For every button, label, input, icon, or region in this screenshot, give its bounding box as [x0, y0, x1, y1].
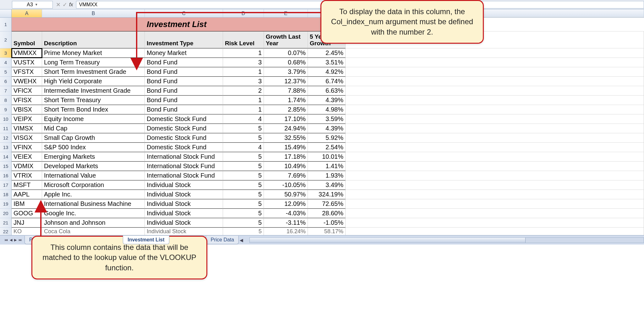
- cell-A[interactable]: IBM: [12, 199, 42, 209]
- row-header[interactable]: 6: [0, 77, 12, 86]
- col-header-C[interactable]: C: [145, 9, 223, 17]
- header-risk-level[interactable]: Risk Level: [223, 31, 264, 48]
- cell-A[interactable]: VBISX: [12, 105, 42, 114]
- row-header[interactable]: 17: [0, 180, 12, 190]
- cell-B[interactable]: High Yield Corporate: [42, 77, 145, 86]
- cell-B[interactable]: Short Term Investment Grade: [42, 67, 145, 77]
- row-header[interactable]: 13: [0, 143, 12, 152]
- cell-C[interactable]: Bond Fund: [145, 58, 223, 67]
- cell-C[interactable]: Bond Fund: [145, 86, 223, 96]
- select-all-corner[interactable]: [0, 9, 12, 17]
- cell-E[interactable]: 7.88%: [264, 86, 308, 96]
- cell-E[interactable]: 24.94%: [264, 124, 308, 133]
- title-cell-b[interactable]: [42, 18, 145, 31]
- cell-A[interactable]: VMMXX: [12, 48, 42, 58]
- cell-E[interactable]: 15.49%: [264, 143, 308, 152]
- cell-A[interactable]: VWEHX: [12, 77, 42, 86]
- cell-F[interactable]: 6.63%: [308, 86, 346, 96]
- cell-E[interactable]: 10.49%: [264, 162, 308, 171]
- cell-C[interactable]: Bond Fund: [145, 77, 223, 86]
- cell-D[interactable]: 5: [223, 180, 264, 190]
- h-scroll-thumb[interactable]: [250, 238, 526, 243]
- cell-F[interactable]: 3.49%: [308, 180, 346, 190]
- cell-E[interactable]: 3.79%: [264, 67, 308, 77]
- row-header[interactable]: 11: [0, 124, 12, 133]
- cell-D[interactable]: 5: [223, 152, 264, 162]
- header-description[interactable]: Description: [42, 31, 145, 48]
- cell-D[interactable]: 1: [223, 67, 264, 77]
- row-header[interactable]: 10: [0, 114, 12, 124]
- row-header[interactable]: 4: [0, 58, 12, 67]
- cell-C[interactable]: Individual Stock: [145, 190, 223, 199]
- cell-A[interactable]: VFSTX: [12, 67, 42, 77]
- cell-A[interactable]: KO: [12, 228, 42, 235]
- cell-E[interactable]: 12.09%: [264, 199, 308, 209]
- cell-D[interactable]: 5: [223, 209, 264, 218]
- cell-F[interactable]: 3.59%: [308, 114, 346, 124]
- tab-scroll-icon[interactable]: ◀: [240, 238, 243, 243]
- cell-D[interactable]: 1: [223, 105, 264, 114]
- cell-E[interactable]: -3.11%: [264, 218, 308, 228]
- cell-D[interactable]: 1: [223, 48, 264, 58]
- cell-E[interactable]: 17.18%: [264, 152, 308, 162]
- cell-B[interactable]: Long Term Treasury: [42, 58, 145, 67]
- row-header[interactable]: 21: [0, 218, 12, 228]
- cell-A[interactable]: JNJ: [12, 218, 42, 228]
- cell-B[interactable]: S&P 500 Index: [42, 143, 145, 152]
- cell-B[interactable]: Johnson and Johnson: [42, 218, 145, 228]
- cell-E[interactable]: 0.07%: [264, 48, 308, 58]
- col-header-E[interactable]: E: [264, 9, 308, 17]
- accept-icon[interactable]: ✓: [63, 1, 67, 8]
- cell-B[interactable]: Short Term Bond Index: [42, 105, 145, 114]
- cell-F[interactable]: 72.65%: [308, 199, 346, 209]
- cell-C[interactable]: Individual Stock: [145, 209, 223, 218]
- row-header[interactable]: 7: [0, 86, 12, 96]
- cell-E[interactable]: 16.24%: [264, 228, 308, 235]
- cell-B[interactable]: International Value: [42, 171, 145, 180]
- cell-D[interactable]: 5: [223, 162, 264, 171]
- cell-A[interactable]: VTRIX: [12, 171, 42, 180]
- cell-E[interactable]: 7.69%: [264, 171, 308, 180]
- cell-C[interactable]: Individual Stock: [145, 218, 223, 228]
- cell-F[interactable]: 1.93%: [308, 171, 346, 180]
- row-header[interactable]: 19: [0, 199, 12, 209]
- cell-E[interactable]: -10.05%: [264, 180, 308, 190]
- cell-C[interactable]: Individual Stock: [145, 180, 223, 190]
- row-header[interactable]: 3: [0, 48, 12, 58]
- tab-prev-icon[interactable]: ◀: [9, 237, 13, 243]
- cell-B[interactable]: Small Cap Growth: [42, 133, 145, 143]
- cell-F[interactable]: 4.39%: [308, 96, 346, 105]
- cell-D[interactable]: 5: [223, 171, 264, 180]
- cell-C[interactable]: International Stock Fund: [145, 171, 223, 180]
- cell-C[interactable]: International Stock Fund: [145, 152, 223, 162]
- row-header[interactable]: 18: [0, 190, 12, 199]
- row-header-1[interactable]: 1: [0, 18, 12, 31]
- cancel-icon[interactable]: ✕: [56, 1, 61, 8]
- cell-D[interactable]: 3: [223, 58, 264, 67]
- cell-C[interactable]: Domestic Stock Fund: [145, 143, 223, 152]
- cell-C[interactable]: Bond Fund: [145, 105, 223, 114]
- sheet-tab[interactable]: Investment List: [123, 236, 169, 244]
- col-header-A[interactable]: A: [12, 9, 42, 17]
- title-cell-d[interactable]: [223, 18, 264, 31]
- cell-E[interactable]: 17.10%: [264, 114, 308, 124]
- cell-B[interactable]: Microsoft Corporation: [42, 180, 145, 190]
- cell-F[interactable]: 1.41%: [308, 162, 346, 171]
- row-header[interactable]: 8: [0, 96, 12, 105]
- cell-F[interactable]: 2.45%: [308, 48, 346, 58]
- cell-C[interactable]: Bond Fund: [145, 96, 223, 105]
- row-header[interactable]: 22: [0, 228, 12, 235]
- cell-E[interactable]: -4.03%: [264, 209, 308, 218]
- cell-A[interactable]: VEIEX: [12, 152, 42, 162]
- tab-last-icon[interactable]: ⏭: [18, 237, 23, 243]
- cell-C[interactable]: Individual Stock: [145, 228, 223, 235]
- cell-B[interactable]: Google Inc.: [42, 209, 145, 218]
- title-cell-e[interactable]: [264, 18, 308, 31]
- fx-icon[interactable]: fx: [69, 2, 73, 8]
- tab-next-icon[interactable]: ▶: [14, 237, 17, 243]
- cell-D[interactable]: 5: [223, 228, 264, 235]
- cell-A[interactable]: VDMIX: [12, 162, 42, 171]
- cell-C[interactable]: Money Market: [145, 48, 223, 58]
- cell-F[interactable]: 28.60%: [308, 209, 346, 218]
- name-box-dropdown-icon[interactable]: ▼: [35, 3, 38, 6]
